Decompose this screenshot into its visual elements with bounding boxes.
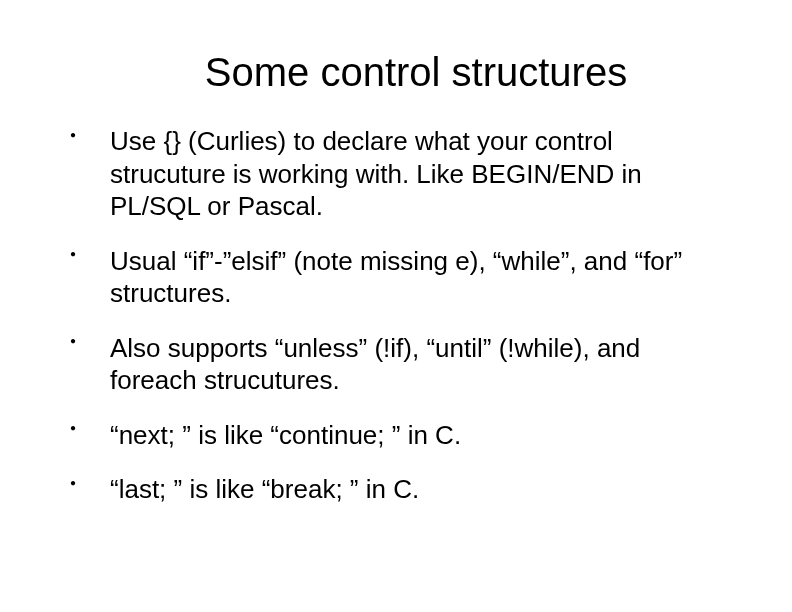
list-item: “last; ” is like “break; ” in C. xyxy=(60,473,732,506)
slide: Some control structures Use {} (Curlies)… xyxy=(0,0,792,612)
list-item: Usual “if”-”elsif” (note missing e), “wh… xyxy=(60,245,732,310)
list-item: “next; ” is like “continue; ” in C. xyxy=(60,419,732,452)
slide-title: Some control structures xyxy=(60,50,732,95)
list-item: Use {} (Curlies) to declare what your co… xyxy=(60,125,732,223)
bullet-list: Use {} (Curlies) to declare what your co… xyxy=(60,125,732,506)
list-item: Also supports “unless” (!if), “until” (!… xyxy=(60,332,732,397)
